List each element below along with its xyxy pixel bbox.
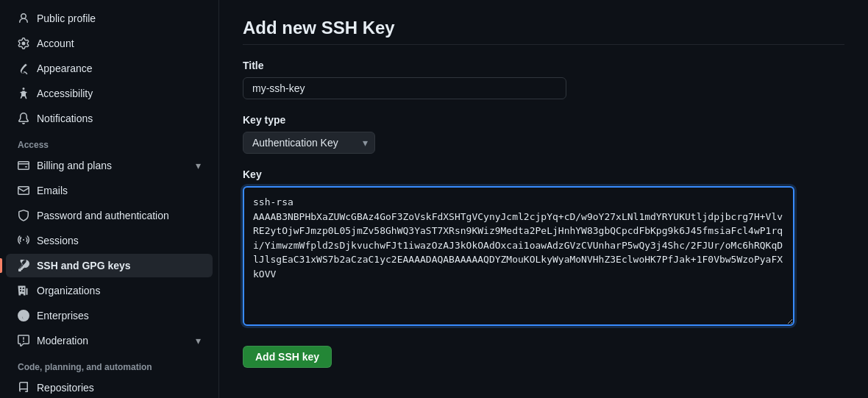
sidebar-item-enterprises[interactable]: Enterprises [6, 304, 213, 327]
person-icon [18, 13, 29, 24]
sidebar-item-label-organizations: Organizations [37, 285, 201, 296]
sidebar-item-billing[interactable]: Billing and plans ▾ [6, 154, 213, 177]
bell-icon [18, 113, 29, 124]
sidebar: Public profile Account Appearance Access… [0, 0, 219, 398]
sidebar-item-account[interactable]: Account [6, 32, 213, 55]
key-type-field-group: Key type Authentication Key Signing Key … [243, 114, 844, 154]
credit-card-icon [18, 160, 29, 171]
sidebar-item-label-public-profile: Public profile [37, 13, 201, 24]
key-type-label: Key type [243, 114, 844, 126]
key-textarea[interactable]: ssh-rsa AAAAB3NBPHbXaZUWcGBAz4GoF3ZoVskF… [243, 186, 794, 326]
sidebar-item-organizations[interactable]: Organizations [6, 279, 213, 302]
sidebar-item-label-notifications: Notifications [37, 113, 201, 124]
sidebar-item-notifications[interactable]: Notifications [6, 107, 213, 130]
chevron-icon-moderation: ▾ [196, 335, 201, 347]
paintbrush-icon [18, 63, 29, 74]
sidebar-item-label-enterprises: Enterprises [37, 310, 201, 321]
org-icon [18, 285, 29, 296]
sidebar-item-moderation[interactable]: Moderation ▾ [6, 329, 213, 352]
key-type-select[interactable]: Authentication Key Signing Key [243, 132, 375, 154]
main-content: Add new SSH Key Title Key type Authentic… [219, 0, 868, 398]
key-field-group: Key ssh-rsa AAAAB3NBPHbXaZUWcGBAz4GoF3Zo… [243, 168, 844, 328]
sidebar-item-label-sessions: Sessions [37, 235, 201, 246]
key-label: Key [243, 168, 844, 180]
key-icon [18, 260, 29, 271]
title-label: Title [243, 60, 844, 71]
access-section-header: Access [0, 134, 218, 153]
page-title: Add new SSH Key [243, 18, 844, 38]
sidebar-item-repositories[interactable]: Repositories [6, 376, 213, 398]
add-ssh-button[interactable]: Add SSH key [243, 346, 332, 368]
sidebar-item-label-ssh-gpg: SSH and GPG keys [37, 260, 201, 271]
gear-icon [18, 38, 29, 49]
sidebar-item-sessions[interactable]: Sessions [6, 229, 213, 252]
sidebar-item-label-accessibility: Accessibility [37, 88, 201, 99]
key-type-select-wrapper: Authentication Key Signing Key ▾ [243, 132, 375, 154]
sidebar-item-ssh-gpg[interactable]: SSH and GPG keys [6, 254, 213, 277]
sidebar-item-label-billing: Billing and plans [37, 160, 188, 171]
sidebar-item-label-account: Account [37, 38, 201, 49]
broadcast-icon [18, 235, 29, 246]
globe-icon [18, 310, 29, 321]
sidebar-item-password[interactable]: Password and authentication [6, 204, 213, 227]
report-icon [18, 335, 29, 347]
accessibility-icon [18, 88, 29, 99]
mail-icon [18, 185, 29, 196]
sidebar-item-accessibility[interactable]: Accessibility [6, 82, 213, 105]
chevron-icon-billing: ▾ [196, 160, 201, 171]
sidebar-item-appearance[interactable]: Appearance [6, 57, 213, 80]
sidebar-item-label-emails: Emails [37, 185, 201, 196]
sidebar-item-label-password: Password and authentication [37, 210, 201, 221]
sidebar-item-label-repositories: Repositories [37, 382, 201, 394]
repo-icon [18, 382, 29, 394]
title-input[interactable] [243, 77, 566, 99]
sidebar-item-label-appearance: Appearance [37, 63, 201, 74]
sidebar-item-public-profile[interactable]: Public profile [6, 7, 213, 30]
shield-icon [18, 210, 29, 221]
sidebar-item-label-moderation: Moderation [37, 335, 188, 347]
sidebar-item-emails[interactable]: Emails [6, 179, 213, 202]
code-section-header: Code, planning, and automation [0, 356, 218, 375]
title-field-group: Title [243, 60, 844, 99]
title-divider [243, 44, 844, 45]
